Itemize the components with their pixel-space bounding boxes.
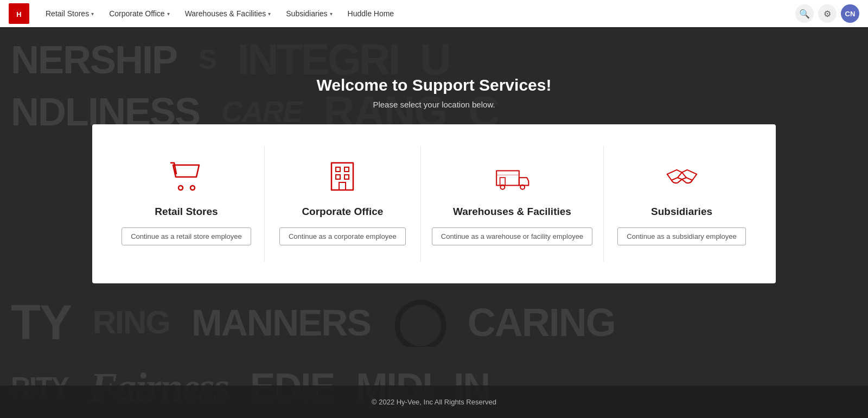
hero-title: Welcome to Support Services! (317, 76, 552, 94)
footer: © 2022 Hy-Vee, Inc All Rights Reserved (0, 385, 868, 418)
nav-label-warehouses: Warehouses & Facilities (185, 9, 266, 18)
svg-rect-8 (344, 175, 349, 179)
nav-right: 🔍 ⚙ CN (795, 4, 859, 23)
location-card-warehouse: Warehouses & Facilities Continue as a wa… (421, 146, 604, 262)
warehouse-icon (493, 157, 531, 195)
hero-subtitle: Please select your location below. (373, 100, 495, 109)
nav-item-subsidiaries[interactable]: Subsidiaries ▾ (279, 6, 339, 21)
svg-point-3 (190, 186, 195, 190)
retail-card-title: Retail Stores (155, 206, 218, 218)
subsidiaries-icon (663, 157, 701, 195)
svg-rect-5 (336, 167, 340, 172)
nav-links: Retail Stores ▾ Corporate Office ▾ Wareh… (39, 6, 795, 21)
hero-content: Welcome to Support Services! Please sele… (0, 27, 868, 109)
svg-rect-4 (331, 163, 353, 190)
nav-item-warehouses[interactable]: Warehouses & Facilities ▾ (178, 6, 278, 21)
search-button[interactable]: 🔍 (795, 4, 814, 23)
location-card-corporate: Corporate Office Continue as a corporate… (265, 146, 421, 262)
avatar-initials: CN (845, 10, 856, 18)
user-avatar[interactable]: CN (841, 4, 859, 23)
chevron-down-icon: ▾ (268, 11, 271, 17)
location-card-subsidiaries: Subsidiaries Continue as a subsidiary em… (604, 146, 760, 262)
bg-word: RING (93, 306, 170, 339)
svg-rect-9 (339, 182, 346, 190)
warehouse-continue-button[interactable]: Continue as a warehouse or facility empl… (432, 227, 592, 245)
gear-icon: ⚙ (824, 9, 831, 19)
chevron-down-icon: ▾ (167, 11, 170, 17)
svg-rect-6 (344, 167, 349, 172)
search-icon: 🔍 (799, 9, 810, 19)
nav-label-corporate: Corporate Office (109, 9, 164, 18)
subsidiaries-continue-button[interactable]: Continue as a subsidiary employee (617, 227, 745, 245)
hero-section: NERSHIP S Integri u NDLINESS Care rang C… (0, 27, 868, 418)
svg-rect-13 (500, 178, 506, 185)
svg-point-2 (178, 186, 183, 190)
bg-word: TY (11, 298, 71, 347)
nav-item-huddle-home[interactable]: Huddle Home (341, 6, 401, 21)
corporate-continue-button[interactable]: Continue as a corporate employee (279, 227, 406, 245)
retail-continue-button[interactable]: Continue as a retail store employee (122, 227, 251, 245)
bg-word: CARING (468, 303, 615, 342)
navbar: H Retail Stores ▾ Corporate Office ▾ War… (0, 0, 868, 27)
nav-label-subsidiaries: Subsidiaries (286, 9, 327, 18)
nav-label-retail: Retail Stores (46, 9, 89, 18)
chevron-down-icon: ▾ (91, 11, 94, 17)
nav-item-retail-stores[interactable]: Retail Stores ▾ (39, 6, 100, 21)
location-card-panel: Retail Stores Continue as a retail store… (92, 124, 776, 283)
warehouse-card-title: Warehouses & Facilities (453, 206, 571, 218)
corporate-icon (323, 157, 361, 195)
bg-word: ◯ (392, 298, 446, 347)
location-card-retail: Retail Stores Continue as a retail store… (108, 146, 265, 262)
corporate-card-title: Corporate Office (302, 206, 383, 218)
retail-icon (167, 157, 205, 195)
footer-text: © 2022 Hy-Vee, Inc All Rights Reserved (372, 398, 496, 406)
nav-label-huddle: Huddle Home (348, 9, 394, 18)
settings-button[interactable]: ⚙ (818, 4, 837, 23)
svg-text:H: H (16, 10, 21, 18)
chevron-down-icon: ▾ (330, 11, 333, 17)
subsidiaries-card-title: Subsidiaries (651, 206, 712, 218)
nav-item-corporate-office[interactable]: Corporate Office ▾ (103, 6, 176, 21)
bg-word: MANNERS (192, 304, 371, 341)
logo[interactable]: H (9, 3, 29, 24)
svg-rect-7 (336, 175, 340, 179)
